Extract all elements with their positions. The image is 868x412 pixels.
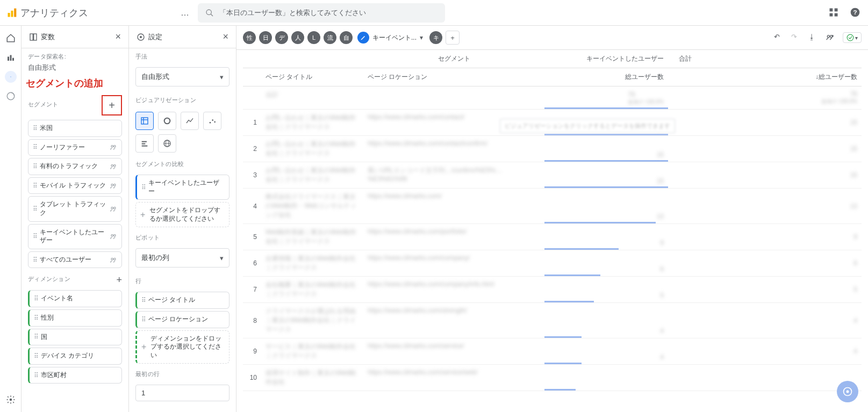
- viz-table-icon[interactable]: [135, 112, 154, 130]
- segment-chip[interactable]: ⠿米国: [28, 120, 122, 137]
- help-icon[interactable]: ?: [850, 7, 862, 19]
- tab-circle[interactable]: L: [307, 31, 320, 44]
- table-row: 9サービス｜東京のWeb制作会社｜クライマークスhttps://www.clim…: [243, 338, 862, 365]
- add-dimension-button[interactable]: +: [116, 274, 122, 286]
- home-icon[interactable]: [5, 32, 17, 44]
- analytics-logo-icon: [6, 8, 17, 18]
- search-input[interactable]: 「本日のユーザー数」と検索してみてください: [198, 3, 445, 23]
- col-page-title[interactable]: ページ タイトル: [261, 68, 363, 86]
- col-keyevent-users: キーイベントしたユーザー: [544, 50, 668, 68]
- seg-drop-zone[interactable]: +セグメントをドロップするか選択してください: [135, 202, 229, 227]
- segment-chip[interactable]: ⠿有料のトラフィック: [28, 158, 122, 175]
- table-row: 3お問い合わせ｜東京のWeb制作会社｜クライマークス長いURLエンコード文字列……: [243, 162, 862, 189]
- svg-point-38: [210, 122, 211, 124]
- tab-circle[interactable]: デ: [275, 31, 288, 44]
- explore-icon[interactable]: [5, 71, 17, 83]
- dim-drop-zone[interactable]: +ディメンションをドロップするか選択してください: [135, 330, 229, 364]
- annotation-add-segment: セグメントの追加: [21, 75, 128, 91]
- svg-rect-19: [34, 34, 37, 40]
- svg-point-29: [114, 235, 116, 237]
- row-chip[interactable]: ⠿ページ ロケーション: [135, 311, 229, 328]
- method-select[interactable]: 自由形式▾: [135, 67, 229, 86]
- download-icon[interactable]: ⭳: [808, 33, 818, 42]
- svg-point-22: [111, 164, 113, 167]
- variables-icon: [29, 33, 38, 41]
- chevron-down-icon[interactable]: ▾: [420, 34, 423, 41]
- tab-circle[interactable]: 自: [340, 31, 353, 44]
- svg-text:?: ?: [853, 9, 857, 16]
- app-title: アナリティクス: [20, 6, 88, 19]
- segment-chip[interactable]: ⠿モバイル トラフィック: [28, 177, 122, 194]
- svg-point-31: [114, 258, 116, 260]
- search-icon: [205, 9, 214, 17]
- add-tab-button[interactable]: +: [446, 31, 460, 45]
- breadcrumb-ellipsis[interactable]: …: [181, 8, 189, 18]
- svg-rect-13: [12, 58, 14, 61]
- dimension-chip[interactable]: ⠿国: [28, 329, 122, 346]
- pivot-label: ピボット: [135, 234, 229, 242]
- segment-section-label: セグメント: [28, 100, 59, 109]
- svg-rect-0: [8, 13, 10, 17]
- table-row: 5Web制作実績｜東京のWeb制作会社｜クライマークスhttps://www.c…: [243, 224, 862, 250]
- chevron-down-icon: ▾: [855, 35, 858, 41]
- viz-donut-icon[interactable]: [158, 112, 176, 130]
- settings-icon[interactable]: [5, 394, 17, 406]
- tab-circle[interactable]: 性: [243, 31, 256, 44]
- viz-geo-icon[interactable]: [158, 134, 176, 153]
- rows-label: 行: [135, 277, 229, 285]
- svg-rect-2: [14, 8, 16, 17]
- dimension-chip[interactable]: ⠿イベント名: [28, 290, 122, 307]
- segment-chip[interactable]: ⠿タブレット トラフィック: [28, 196, 122, 221]
- svg-line-4: [211, 14, 213, 16]
- tab-active[interactable]: キーイベント... ▾: [356, 30, 426, 45]
- dimension-chip[interactable]: ⠿デバイス カテゴリ: [28, 348, 122, 365]
- segment-chip[interactable]: ⠿キーイベントしたユーザー: [28, 224, 122, 249]
- tab-circle[interactable]: 人: [291, 31, 304, 44]
- dimension-chip[interactable]: ⠿性別: [28, 309, 122, 327]
- col-total-users-sort[interactable]: ↓総ユーザー数: [668, 68, 862, 86]
- explore-name-value: 自由形式: [28, 63, 122, 73]
- col-page-location[interactable]: ページ ロケーション: [363, 68, 544, 86]
- close-vars-icon[interactable]: ×: [115, 31, 121, 42]
- viz-label: ビジュアリゼーション: [135, 96, 229, 104]
- viz-line-icon[interactable]: [181, 112, 199, 130]
- viz-scatter-icon[interactable]: [203, 112, 221, 130]
- svg-point-25: [114, 184, 116, 186]
- svg-point-3: [206, 10, 211, 15]
- dimension-chip[interactable]: ⠿市区町村: [28, 367, 122, 384]
- add-segment-button[interactable]: +: [102, 95, 122, 115]
- tab-circle[interactable]: 日: [259, 31, 272, 44]
- search-placeholder: 「本日のユーザー数」と検索してみてください: [219, 8, 366, 18]
- svg-rect-1: [11, 10, 13, 17]
- segment-chip[interactable]: ⠿ノーリファラー: [28, 139, 122, 156]
- first-row-input[interactable]: 1: [135, 385, 229, 401]
- col-total-users[interactable]: 総ユーザー数: [544, 68, 668, 86]
- svg-point-23: [114, 164, 116, 167]
- tab-circle[interactable]: キ: [429, 31, 442, 44]
- svg-point-53: [847, 391, 849, 393]
- pivot-select[interactable]: 最初の列▾: [135, 248, 229, 268]
- apps-icon[interactable]: [828, 7, 840, 19]
- tab-circle[interactable]: 流: [324, 31, 336, 44]
- ads-icon[interactable]: [5, 90, 17, 102]
- pencil-icon: [357, 32, 369, 44]
- redo-icon[interactable]: ↷: [791, 33, 801, 42]
- seg-compare-chip[interactable]: ⠿キーイベントしたユーザー: [135, 175, 229, 200]
- svg-rect-6: [835, 8, 838, 11]
- settings-panel-icon: [137, 33, 145, 41]
- segment-chip[interactable]: ⠿すべてのユーザー: [28, 251, 122, 269]
- variables-title: 変数: [41, 32, 55, 42]
- fab-button[interactable]: [837, 381, 858, 402]
- undo-icon[interactable]: ↶: [774, 33, 784, 42]
- viz-bar-icon[interactable]: [135, 134, 154, 153]
- explore-name-label: データ探索名:: [28, 53, 122, 61]
- status-ok[interactable]: ▾: [843, 32, 862, 43]
- reports-icon[interactable]: [5, 52, 17, 63]
- logo: アナリティクス: [6, 6, 88, 19]
- table-row: 6企業情報｜東京のWeb制作会社｜クライマークスhttps://www.clim…: [243, 250, 862, 277]
- close-settings-icon[interactable]: ×: [223, 31, 228, 42]
- svg-rect-34: [141, 118, 148, 124]
- share-icon[interactable]: [826, 33, 835, 42]
- table-row: 4株式会社クライマークス｜東京のWeb制作・Webコンサルティング会社https…: [243, 189, 862, 224]
- row-chip[interactable]: ⠿ページ タイトル: [135, 292, 229, 309]
